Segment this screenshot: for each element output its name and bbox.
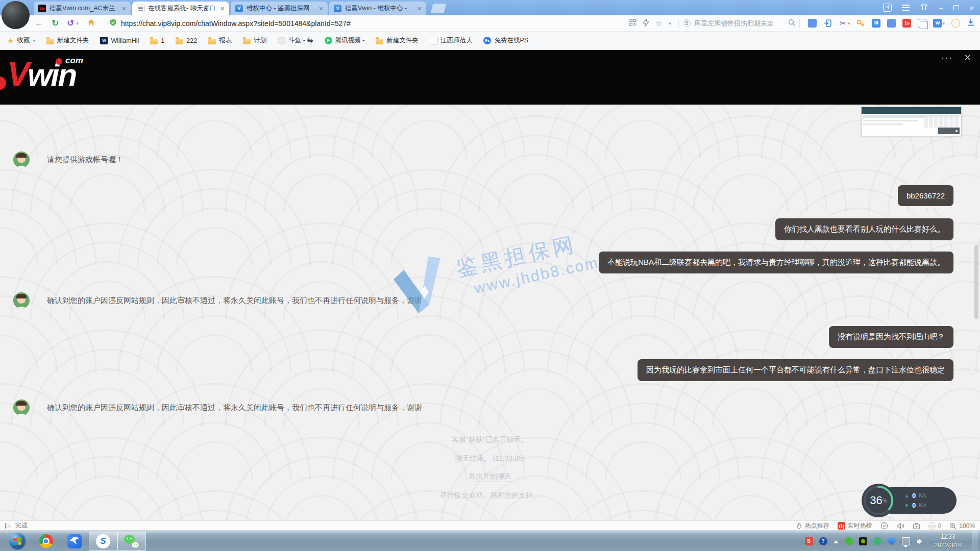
- tray-expand-icon[interactable]: [834, 540, 839, 543]
- chat-image-thumbnail[interactable]: [861, 107, 962, 136]
- tab-chat-window[interactable]: 在线客服系统- 聊天窗口 ×: [132, 2, 229, 15]
- tab-close-icon[interactable]: ×: [122, 5, 126, 12]
- user-message-bubble: 没有说明是因为找不到理由吧？: [829, 326, 953, 348]
- address-bar[interactable]: https://chat.vip8vip.com/chatWindow.aspx…: [109, 18, 626, 28]
- start-button[interactable]: [3, 532, 32, 551]
- bookmark-folder[interactable]: 新建文件夹: [376, 36, 419, 45]
- bookmark-tencent-video[interactable]: 腾讯视频 -: [325, 36, 365, 45]
- favorite-star-icon[interactable]: ☆: [655, 19, 662, 28]
- tab-count-badge[interactable]: 4: [883, 4, 892, 12]
- nvidia-tray-icon[interactable]: [859, 537, 867, 545]
- bookmark-douyu[interactable]: 斗鱼 - 每: [278, 36, 313, 45]
- bookmark-folder[interactable]: 新建文件夹: [46, 36, 89, 45]
- security-shield-icon[interactable]: [109, 18, 117, 28]
- network-tray-icon[interactable]: [902, 537, 910, 545]
- search-engine-icon[interactable]: S: [683, 19, 691, 27]
- maximize-button[interactable]: [953, 5, 959, 10]
- help-tray-icon[interactable]: ?: [819, 537, 827, 545]
- puzzle-extension-icon[interactable]: [887, 19, 896, 28]
- security-shield-tray-icon[interactable]: [888, 537, 896, 545]
- sogou-input-tray-icon[interactable]: S: [805, 537, 813, 545]
- scrollbar-thumb[interactable]: [974, 245, 978, 319]
- menu-icon[interactable]: [902, 7, 910, 8]
- bookmark-online-ps[interactable]: Ps免费在线PS: [483, 36, 528, 45]
- tab-weiquan-center[interactable]: V 维权中心 - 鉴黑担保网 ×: [231, 2, 328, 15]
- zoom-control[interactable]: 100%: [949, 522, 975, 530]
- close-window-button[interactable]: ×: [969, 4, 974, 12]
- search-query-text[interactable]: 库里左脚韧带扭伤归期未定: [694, 19, 785, 28]
- translate-extension-icon[interactable]: 译: [872, 19, 880, 28]
- notes-extension-icon[interactable]: [918, 19, 926, 28]
- favorite-caret-icon[interactable]: ▾: [669, 21, 671, 26]
- bookmark-folder[interactable]: 计划: [243, 36, 266, 45]
- red-extension-icon[interactable]: 1s: [902, 19, 911, 28]
- search-magnifier-icon[interactable]: [788, 19, 795, 28]
- smiley-extension-icon[interactable]: ···: [951, 19, 960, 28]
- skin-shirt-icon[interactable]: [920, 3, 928, 13]
- header-more-icon[interactable]: ···: [941, 53, 953, 63]
- taskbar-sogou-browser[interactable]: S: [89, 532, 117, 551]
- thumbnail-header: [862, 107, 961, 114]
- favorites-menu[interactable]: ★ 收藏 ▾: [7, 36, 35, 45]
- mute-speaker-icon[interactable]: [896, 522, 904, 530]
- restore-closed-tab-icon[interactable]: ↺: [67, 18, 74, 29]
- agent-message-row: 确认到您的账户因违反网站规则，因此审核不通过，将永久关闭此账号，我们也不再进行任…: [13, 399, 422, 416]
- back-icon[interactable]: ←: [35, 19, 43, 28]
- hot-recommend-toggle[interactable]: 热点推荐: [796, 521, 829, 530]
- restore-caret-icon[interactable]: ▾: [77, 21, 79, 26]
- media-detect-icon[interactable]: ▷: [5, 523, 11, 529]
- bookmark-folder[interactable]: 1: [150, 37, 164, 44]
- audio-app-tray-icon[interactable]: [873, 537, 881, 545]
- agent-message: 确认到您的账户因违反网站规则，因此审核不通过，将永久关闭此账号，我们也不再进行任…: [47, 399, 422, 416]
- tab-vwin-weiquan[interactable]: V 德赢Vwin - 维权中心 - ×: [329, 2, 426, 15]
- login-door-extension-icon[interactable]: [823, 19, 832, 28]
- taskbar-clock[interactable]: 11:33 2022/3/18: [935, 533, 962, 550]
- qr-code-icon[interactable]: [629, 19, 636, 28]
- scissors-extension-icon[interactable]: ✂: [839, 19, 847, 28]
- chat-area: 请您提供游戏帐号喔！ bb2636722 你们找人黑款也要看看别人玩的什么比赛好…: [0, 105, 980, 520]
- tab-vwin-site[interactable]: Vw 德赢Vwin.com_AC米兰 ×: [34, 2, 131, 15]
- home-icon[interactable]: [87, 18, 95, 28]
- url-text[interactable]: https://chat.vip8vip.com/chatWindow.aspx…: [121, 19, 351, 28]
- scissors-caret-icon[interactable]: ▾: [848, 21, 850, 26]
- network-speed-widget[interactable]: ▲ 0 K/s ▼ 0 K/s 36%: [862, 484, 957, 517]
- ad-filter-counter[interactable]: AD 0: [928, 522, 942, 530]
- tab-close-icon[interactable]: ×: [319, 5, 323, 12]
- refresh-icon[interactable]: ↻: [52, 18, 59, 29]
- site-safety-icon[interactable]: [880, 522, 888, 530]
- word-extension-icon[interactable]: W: [933, 19, 942, 28]
- bookmark-folder[interactable]: 报表: [208, 36, 232, 45]
- word-caret-icon[interactable]: ▾: [942, 21, 945, 26]
- volume-tray-icon[interactable]: [916, 537, 924, 545]
- minimize-button[interactable]: −: [939, 4, 943, 12]
- williamhill-icon: W: [100, 37, 108, 44]
- live-trending-toggle[interactable]: 实时热榜: [838, 521, 872, 530]
- header-close-icon[interactable]: ×: [964, 51, 971, 64]
- agent-avatar: [13, 152, 30, 168]
- download-icon[interactable]: [967, 18, 975, 28]
- flash-save-icon[interactable]: [643, 19, 649, 28]
- tab-close-icon[interactable]: ×: [418, 5, 422, 12]
- key-extension-icon[interactable]: [856, 19, 865, 28]
- photoshop-icon: Ps: [483, 37, 491, 44]
- tab-close-icon[interactable]: ×: [220, 5, 225, 12]
- taskbar-wechat[interactable]: [117, 532, 146, 551]
- browser-profile-avatar[interactable]: [2, 1, 30, 29]
- adblock-medkit-icon[interactable]: [913, 522, 920, 530]
- restart-chat-row: 再次开始聊天: [0, 472, 980, 482]
- agent-message-row: 确认到您的账户因违反网站规则，因此审核不通过，将永久关闭此账号，我们也不再进行任…: [13, 292, 422, 309]
- taskbar-thunder[interactable]: [60, 532, 89, 551]
- restart-chat-link[interactable]: 再次开始聊天: [469, 472, 511, 482]
- taskbar-chrome[interactable]: [32, 532, 60, 551]
- puzzle-extension-icon[interactable]: [808, 19, 817, 28]
- download-rate: 0: [912, 502, 916, 509]
- bookmark-jxnu[interactable]: 江西师范大: [430, 36, 473, 45]
- wechat-tray-icon[interactable]: [845, 537, 853, 545]
- new-tab-button[interactable]: [431, 4, 447, 13]
- search-box[interactable]: S 库里左脚韧带扭伤归期未定: [683, 19, 795, 28]
- speed-percent-dial[interactable]: 36%: [862, 484, 895, 517]
- bookmark-williamhill[interactable]: WWilliamHil: [100, 37, 139, 44]
- show-desktop-button[interactable]: [972, 531, 978, 551]
- bookmark-folder[interactable]: 222: [176, 37, 197, 44]
- jhdb-favicon: V: [334, 5, 341, 12]
